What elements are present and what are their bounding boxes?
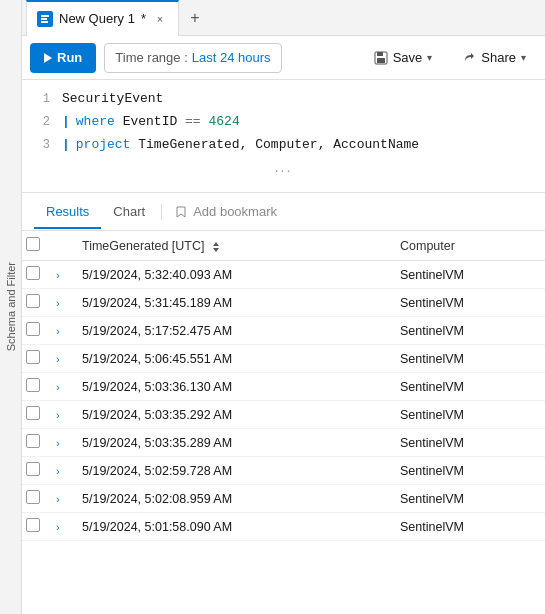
header-time[interactable]: TimeGenerated [UTC] [74,231,392,261]
results-tabs-bar: Results Chart Add bookmark [22,193,545,231]
row-select-cell [22,317,54,345]
table-row: › 5/19/2024, 5:03:36.130 AM SentinelVM [22,373,545,401]
expand-chevron-icon[interactable]: › [56,437,60,449]
row-select-cell [22,401,54,429]
row-select-cell [22,373,54,401]
row-checkbox[interactable] [26,518,40,532]
svg-rect-4 [377,52,383,56]
row-expand-cell[interactable]: › [54,289,74,317]
code-line-3: 3 | project TimeGenerated, Computer, Acc… [22,134,545,157]
row-checkbox[interactable] [26,434,40,448]
expand-chevron-icon[interactable]: › [56,465,60,477]
expand-chevron-icon[interactable]: › [56,409,60,421]
select-all-checkbox[interactable] [26,237,40,251]
tab-close-button[interactable]: × [152,11,168,27]
row-time: 5/19/2024, 5:02:08.959 AM [74,485,392,513]
row-checkbox[interactable] [26,266,40,280]
add-bookmark-button[interactable]: Add bookmark [166,200,285,223]
expand-chevron-icon[interactable]: › [56,493,60,505]
code-content-3: project TimeGenerated, Computer, Account… [76,135,419,156]
row-select-cell [22,289,54,317]
toolbar: Run Time range : Last 24 hours Save ▾ Sh… [22,36,545,80]
line-number-2: 2 [30,113,50,132]
row-expand-cell[interactable]: › [54,345,74,373]
svg-marker-7 [213,248,219,252]
bookmark-label: Add bookmark [193,204,277,219]
expand-chevron-icon[interactable]: › [56,325,60,337]
row-checkbox[interactable] [26,462,40,476]
tab-modified: * [141,11,146,26]
tab-chart[interactable]: Chart [101,196,157,229]
row-expand-cell[interactable]: › [54,401,74,429]
row-expand-cell[interactable]: › [54,513,74,541]
side-panel[interactable]: Schema and Filter [0,0,22,614]
run-button[interactable]: Run [30,43,96,73]
run-label: Run [57,50,82,65]
line-number-1: 1 [30,90,50,109]
tab-results[interactable]: Results [34,196,101,229]
header-time-label: TimeGenerated [UTC] [82,239,205,253]
table-row: › 5/19/2024, 5:02:08.959 AM SentinelVM [22,485,545,513]
svg-marker-6 [213,242,219,246]
expand-chevron-icon[interactable]: › [56,353,60,365]
row-time: 5/19/2024, 5:02:59.728 AM [74,457,392,485]
row-expand-cell[interactable]: › [54,485,74,513]
share-button[interactable]: Share ▾ [451,43,537,73]
row-expand-cell[interactable]: › [54,429,74,457]
results-area: Results Chart Add bookmark [22,193,545,614]
row-expand-cell[interactable]: › [54,373,74,401]
row-select-cell [22,485,54,513]
row-checkbox[interactable] [26,378,40,392]
header-select [22,231,54,261]
query-tab[interactable]: New Query 1 * × [26,0,179,36]
row-checkbox[interactable] [26,490,40,504]
row-computer: SentinelVM [392,317,545,345]
query-editor[interactable]: 1 SecurityEvent 2 | where EventID == 462… [22,80,545,193]
row-time: 5/19/2024, 5:03:35.292 AM [74,401,392,429]
code-line-2: 2 | where EventID == 4624 [22,111,545,134]
expand-chevron-icon[interactable]: › [56,521,60,533]
new-tab-button[interactable]: + [181,4,209,32]
keyword-where: where [76,114,115,129]
play-icon [44,53,52,63]
row-checkbox[interactable] [26,294,40,308]
time-range-value: Last 24 hours [192,50,271,65]
header-expand [54,231,74,261]
table-row: › 5/19/2024, 5:32:40.093 AM SentinelVM [22,261,545,289]
row-computer: SentinelVM [392,457,545,485]
row-select-cell [22,345,54,373]
row-expand-cell[interactable]: › [54,457,74,485]
pipe-3: | [62,135,70,156]
expand-chevron-icon[interactable]: › [56,269,60,281]
table-row: › 5/19/2024, 5:02:59.728 AM SentinelVM [22,457,545,485]
row-time: 5/19/2024, 5:31:45.189 AM [74,289,392,317]
tab-title: New Query 1 [59,11,135,26]
schema-filter-label[interactable]: Schema and Filter [5,262,17,351]
row-checkbox[interactable] [26,406,40,420]
editor-ellipsis: ··· [22,156,545,184]
time-range-button[interactable]: Time range : Last 24 hours [104,43,281,73]
table-row: › 5/19/2024, 5:17:52.475 AM SentinelVM [22,317,545,345]
save-button[interactable]: Save ▾ [363,43,444,73]
expand-chevron-icon[interactable]: › [56,381,60,393]
row-select-cell [22,429,54,457]
row-time: 5/19/2024, 5:01:58.090 AM [74,513,392,541]
share-chevron-icon: ▾ [521,52,526,63]
row-checkbox[interactable] [26,322,40,336]
sort-icon[interactable] [211,241,221,253]
svg-rect-2 [41,21,48,23]
save-label: Save [393,50,423,65]
share-icon [462,51,476,65]
row-expand-cell[interactable]: › [54,261,74,289]
header-computer: Computer [392,231,545,261]
row-computer: SentinelVM [392,289,545,317]
row-expand-cell[interactable]: › [54,317,74,345]
expand-chevron-icon[interactable]: › [56,297,60,309]
row-checkbox[interactable] [26,350,40,364]
svg-rect-0 [41,15,49,17]
tab-bar: New Query 1 * × + [22,0,545,36]
table-row: › 5/19/2024, 5:06:45.551 AM SentinelVM [22,345,545,373]
row-time: 5/19/2024, 5:03:36.130 AM [74,373,392,401]
pipe-2: | [62,112,70,133]
bookmark-icon [174,205,188,219]
